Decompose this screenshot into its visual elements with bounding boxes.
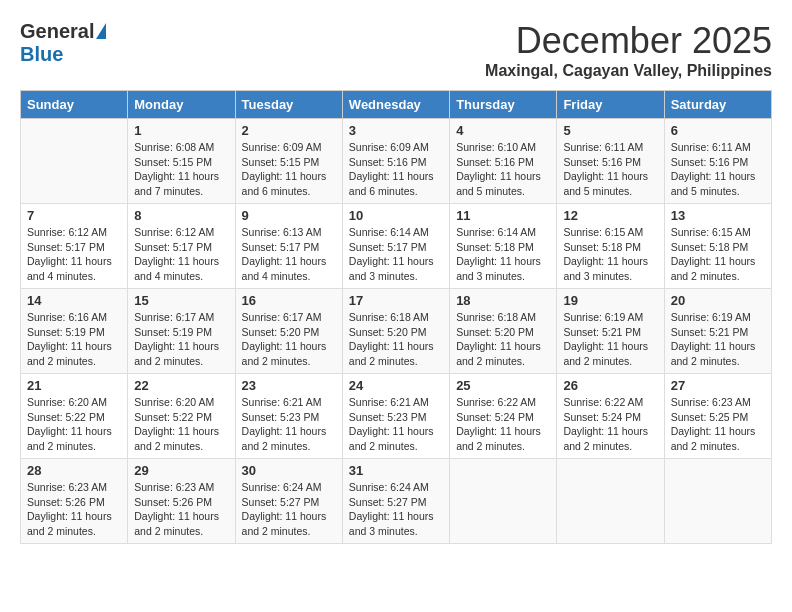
cell-info: Sunrise: 6:09 AMSunset: 5:15 PMDaylight:… [242, 140, 336, 199]
calendar-cell: 20Sunrise: 6:19 AMSunset: 5:21 PMDayligh… [664, 289, 771, 374]
calendar-cell: 5Sunrise: 6:11 AMSunset: 5:16 PMDaylight… [557, 119, 664, 204]
day-number: 12 [563, 208, 657, 223]
header-saturday: Saturday [664, 91, 771, 119]
day-number: 9 [242, 208, 336, 223]
calendar-cell: 25Sunrise: 6:22 AMSunset: 5:24 PMDayligh… [450, 374, 557, 459]
day-number: 31 [349, 463, 443, 478]
day-number: 10 [349, 208, 443, 223]
day-number: 20 [671, 293, 765, 308]
calendar-cell: 8Sunrise: 6:12 AMSunset: 5:17 PMDaylight… [128, 204, 235, 289]
logo-general-text: General [20, 20, 94, 43]
cell-info: Sunrise: 6:22 AMSunset: 5:24 PMDaylight:… [563, 395, 657, 454]
day-number: 14 [27, 293, 121, 308]
day-number: 7 [27, 208, 121, 223]
logo-blue-text: Blue [20, 43, 63, 66]
header-tuesday: Tuesday [235, 91, 342, 119]
cell-info: Sunrise: 6:17 AMSunset: 5:19 PMDaylight:… [134, 310, 228, 369]
calendar-cell: 12Sunrise: 6:15 AMSunset: 5:18 PMDayligh… [557, 204, 664, 289]
calendar-cell [557, 459, 664, 544]
cell-info: Sunrise: 6:17 AMSunset: 5:20 PMDaylight:… [242, 310, 336, 369]
cell-info: Sunrise: 6:11 AMSunset: 5:16 PMDaylight:… [671, 140, 765, 199]
calendar-cell: 18Sunrise: 6:18 AMSunset: 5:20 PMDayligh… [450, 289, 557, 374]
day-number: 5 [563, 123, 657, 138]
month-title: December 2025 [485, 20, 772, 62]
cell-info: Sunrise: 6:12 AMSunset: 5:17 PMDaylight:… [27, 225, 121, 284]
calendar-cell: 13Sunrise: 6:15 AMSunset: 5:18 PMDayligh… [664, 204, 771, 289]
calendar-cell: 3Sunrise: 6:09 AMSunset: 5:16 PMDaylight… [342, 119, 449, 204]
day-number: 6 [671, 123, 765, 138]
calendar-cell: 26Sunrise: 6:22 AMSunset: 5:24 PMDayligh… [557, 374, 664, 459]
cell-info: Sunrise: 6:23 AMSunset: 5:25 PMDaylight:… [671, 395, 765, 454]
cell-info: Sunrise: 6:18 AMSunset: 5:20 PMDaylight:… [349, 310, 443, 369]
cell-info: Sunrise: 6:13 AMSunset: 5:17 PMDaylight:… [242, 225, 336, 284]
day-number: 15 [134, 293, 228, 308]
calendar-week-row: 28Sunrise: 6:23 AMSunset: 5:26 PMDayligh… [21, 459, 772, 544]
day-number: 25 [456, 378, 550, 393]
calendar-cell: 27Sunrise: 6:23 AMSunset: 5:25 PMDayligh… [664, 374, 771, 459]
day-number: 1 [134, 123, 228, 138]
cell-info: Sunrise: 6:18 AMSunset: 5:20 PMDaylight:… [456, 310, 550, 369]
calendar-cell [450, 459, 557, 544]
header-sunday: Sunday [21, 91, 128, 119]
calendar-cell: 23Sunrise: 6:21 AMSunset: 5:23 PMDayligh… [235, 374, 342, 459]
calendar-week-row: 14Sunrise: 6:16 AMSunset: 5:19 PMDayligh… [21, 289, 772, 374]
cell-info: Sunrise: 6:14 AMSunset: 5:18 PMDaylight:… [456, 225, 550, 284]
calendar-cell: 21Sunrise: 6:20 AMSunset: 5:22 PMDayligh… [21, 374, 128, 459]
day-number: 27 [671, 378, 765, 393]
day-number: 21 [27, 378, 121, 393]
calendar-cell [21, 119, 128, 204]
calendar-cell: 9Sunrise: 6:13 AMSunset: 5:17 PMDaylight… [235, 204, 342, 289]
day-number: 13 [671, 208, 765, 223]
cell-info: Sunrise: 6:21 AMSunset: 5:23 PMDaylight:… [242, 395, 336, 454]
day-number: 19 [563, 293, 657, 308]
location-subtitle: Maxingal, Cagayan Valley, Philippines [485, 62, 772, 80]
cell-info: Sunrise: 6:10 AMSunset: 5:16 PMDaylight:… [456, 140, 550, 199]
calendar-cell: 24Sunrise: 6:21 AMSunset: 5:23 PMDayligh… [342, 374, 449, 459]
calendar-cell: 11Sunrise: 6:14 AMSunset: 5:18 PMDayligh… [450, 204, 557, 289]
calendar-cell: 2Sunrise: 6:09 AMSunset: 5:15 PMDaylight… [235, 119, 342, 204]
calendar-cell: 17Sunrise: 6:18 AMSunset: 5:20 PMDayligh… [342, 289, 449, 374]
calendar-week-row: 7Sunrise: 6:12 AMSunset: 5:17 PMDaylight… [21, 204, 772, 289]
day-number: 8 [134, 208, 228, 223]
title-block: December 2025 Maxingal, Cagayan Valley, … [485, 20, 772, 80]
day-number: 11 [456, 208, 550, 223]
calendar-table: SundayMondayTuesdayWednesdayThursdayFrid… [20, 90, 772, 544]
cell-info: Sunrise: 6:20 AMSunset: 5:22 PMDaylight:… [134, 395, 228, 454]
calendar-cell: 28Sunrise: 6:23 AMSunset: 5:26 PMDayligh… [21, 459, 128, 544]
calendar-cell: 15Sunrise: 6:17 AMSunset: 5:19 PMDayligh… [128, 289, 235, 374]
calendar-cell: 7Sunrise: 6:12 AMSunset: 5:17 PMDaylight… [21, 204, 128, 289]
calendar-cell: 14Sunrise: 6:16 AMSunset: 5:19 PMDayligh… [21, 289, 128, 374]
cell-info: Sunrise: 6:16 AMSunset: 5:19 PMDaylight:… [27, 310, 121, 369]
cell-info: Sunrise: 6:20 AMSunset: 5:22 PMDaylight:… [27, 395, 121, 454]
logo-triangle-icon [96, 23, 106, 39]
day-number: 30 [242, 463, 336, 478]
cell-info: Sunrise: 6:21 AMSunset: 5:23 PMDaylight:… [349, 395, 443, 454]
cell-info: Sunrise: 6:23 AMSunset: 5:26 PMDaylight:… [134, 480, 228, 539]
calendar-cell: 31Sunrise: 6:24 AMSunset: 5:27 PMDayligh… [342, 459, 449, 544]
day-number: 28 [27, 463, 121, 478]
header-friday: Friday [557, 91, 664, 119]
calendar-cell: 19Sunrise: 6:19 AMSunset: 5:21 PMDayligh… [557, 289, 664, 374]
calendar-cell: 4Sunrise: 6:10 AMSunset: 5:16 PMDaylight… [450, 119, 557, 204]
day-number: 16 [242, 293, 336, 308]
calendar-cell: 16Sunrise: 6:17 AMSunset: 5:20 PMDayligh… [235, 289, 342, 374]
calendar-cell: 1Sunrise: 6:08 AMSunset: 5:15 PMDaylight… [128, 119, 235, 204]
page-header: General Blue December 2025 Maxingal, Cag… [20, 20, 772, 80]
day-number: 24 [349, 378, 443, 393]
calendar-cell: 30Sunrise: 6:24 AMSunset: 5:27 PMDayligh… [235, 459, 342, 544]
cell-info: Sunrise: 6:11 AMSunset: 5:16 PMDaylight:… [563, 140, 657, 199]
day-number: 23 [242, 378, 336, 393]
day-number: 2 [242, 123, 336, 138]
day-number: 3 [349, 123, 443, 138]
calendar-cell: 22Sunrise: 6:20 AMSunset: 5:22 PMDayligh… [128, 374, 235, 459]
cell-info: Sunrise: 6:09 AMSunset: 5:16 PMDaylight:… [349, 140, 443, 199]
cell-info: Sunrise: 6:24 AMSunset: 5:27 PMDaylight:… [242, 480, 336, 539]
day-number: 17 [349, 293, 443, 308]
header-wednesday: Wednesday [342, 91, 449, 119]
cell-info: Sunrise: 6:08 AMSunset: 5:15 PMDaylight:… [134, 140, 228, 199]
cell-info: Sunrise: 6:19 AMSunset: 5:21 PMDaylight:… [563, 310, 657, 369]
cell-info: Sunrise: 6:12 AMSunset: 5:17 PMDaylight:… [134, 225, 228, 284]
cell-info: Sunrise: 6:14 AMSunset: 5:17 PMDaylight:… [349, 225, 443, 284]
cell-info: Sunrise: 6:15 AMSunset: 5:18 PMDaylight:… [671, 225, 765, 284]
calendar-week-row: 1Sunrise: 6:08 AMSunset: 5:15 PMDaylight… [21, 119, 772, 204]
